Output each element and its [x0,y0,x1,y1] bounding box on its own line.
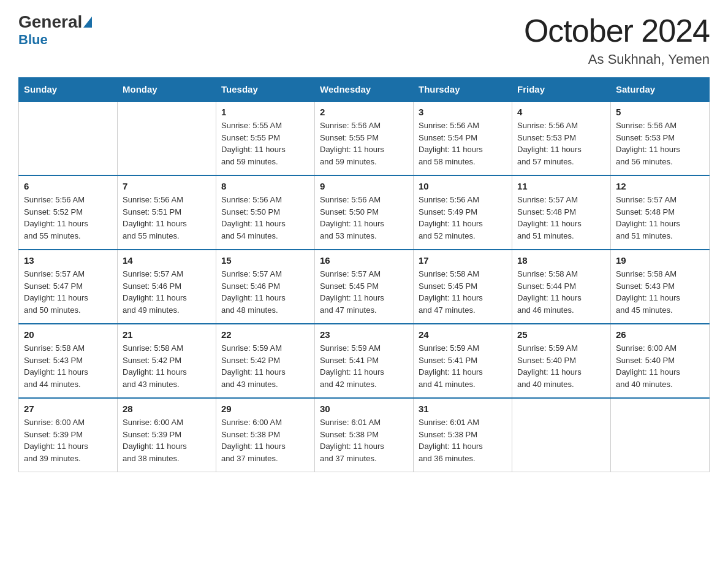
day-number: 28 [123,404,211,414]
day-info: Sunrise: 5:56 AMSunset: 5:49 PMDaylight:… [419,194,507,242]
calendar-cell: 3Sunrise: 5:56 AMSunset: 5:54 PMDaylight… [414,101,512,175]
calendar-week-row: 27Sunrise: 6:00 AMSunset: 5:39 PMDayligh… [19,398,710,472]
logo-triangle-icon [83,17,92,28]
weekday-header-sunday: Sunday [19,78,118,102]
day-number: 27 [24,404,112,414]
day-info: Sunrise: 5:58 AMSunset: 5:42 PMDaylight:… [123,342,211,390]
day-info: Sunrise: 5:57 AMSunset: 5:48 PMDaylight:… [616,194,704,242]
location-subtitle: As Sukhnah, Yemen [524,52,710,67]
calendar-cell: 7Sunrise: 5:56 AMSunset: 5:51 PMDaylight… [118,175,216,250]
calendar-cell: 6Sunrise: 5:56 AMSunset: 5:52 PMDaylight… [19,175,118,250]
day-info: Sunrise: 5:58 AMSunset: 5:43 PMDaylight:… [616,268,704,316]
logo-general-text: General [18,12,82,32]
day-number: 21 [123,329,211,340]
day-info: Sunrise: 5:59 AMSunset: 5:41 PMDaylight:… [419,342,507,390]
day-info: Sunrise: 5:57 AMSunset: 5:46 PMDaylight:… [221,268,309,316]
day-info: Sunrise: 5:56 AMSunset: 5:53 PMDaylight:… [517,120,605,167]
page-header: General Blue October 2024 As Sukhnah, Ye… [18,12,710,67]
title-area: October 2024 As Sukhnah, Yemen [524,12,710,67]
calendar-cell: 13Sunrise: 5:57 AMSunset: 5:47 PMDayligh… [19,250,118,324]
day-info: Sunrise: 5:59 AMSunset: 5:41 PMDaylight:… [320,342,408,390]
day-number: 13 [24,255,112,266]
day-number: 20 [24,329,112,340]
weekday-header-thursday: Thursday [414,78,512,102]
calendar-cell: 26Sunrise: 6:00 AMSunset: 5:40 PMDayligh… [611,324,710,398]
month-title: October 2024 [524,12,710,49]
weekday-header-tuesday: Tuesday [216,78,315,102]
calendar-cell: 28Sunrise: 6:00 AMSunset: 5:39 PMDayligh… [118,398,216,472]
calendar-cell: 17Sunrise: 5:58 AMSunset: 5:45 PMDayligh… [414,250,512,324]
weekday-header-friday: Friday [512,78,611,102]
calendar-cell: 16Sunrise: 5:57 AMSunset: 5:45 PMDayligh… [315,250,414,324]
day-number: 10 [419,181,507,191]
weekday-header-wednesday: Wednesday [315,78,414,102]
day-info: Sunrise: 6:00 AMSunset: 5:38 PMDaylight:… [221,416,309,464]
day-number: 15 [221,255,309,266]
calendar-cell: 12Sunrise: 5:57 AMSunset: 5:48 PMDayligh… [611,175,710,250]
day-number: 14 [123,255,211,266]
day-number: 19 [616,255,704,266]
calendar-cell: 25Sunrise: 5:59 AMSunset: 5:40 PMDayligh… [512,324,611,398]
day-number: 26 [616,329,704,340]
day-info: Sunrise: 5:56 AMSunset: 5:54 PMDaylight:… [419,120,507,167]
weekday-header-saturday: Saturday [611,78,710,102]
day-info: Sunrise: 5:56 AMSunset: 5:52 PMDaylight:… [24,194,112,242]
day-info: Sunrise: 5:59 AMSunset: 5:40 PMDaylight:… [517,342,605,390]
day-number: 29 [221,404,309,414]
day-number: 22 [221,329,309,340]
day-number: 7 [123,181,211,191]
calendar-week-row: 1Sunrise: 5:55 AMSunset: 5:55 PMDaylight… [19,101,710,175]
day-number: 11 [517,181,605,191]
day-info: Sunrise: 5:57 AMSunset: 5:46 PMDaylight:… [123,268,211,316]
logo: General Blue [18,12,93,48]
calendar-cell: 22Sunrise: 5:59 AMSunset: 5:42 PMDayligh… [216,324,315,398]
day-info: Sunrise: 6:00 AMSunset: 5:39 PMDaylight:… [123,416,211,464]
calendar-cell: 9Sunrise: 5:56 AMSunset: 5:50 PMDaylight… [315,175,414,250]
calendar-cell: 15Sunrise: 5:57 AMSunset: 5:46 PMDayligh… [216,250,315,324]
calendar-cell: 18Sunrise: 5:58 AMSunset: 5:44 PMDayligh… [512,250,611,324]
day-number: 5 [616,107,704,117]
calendar-cell: 8Sunrise: 5:56 AMSunset: 5:50 PMDaylight… [216,175,315,250]
day-info: Sunrise: 5:57 AMSunset: 5:48 PMDaylight:… [517,194,605,242]
day-info: Sunrise: 5:56 AMSunset: 5:50 PMDaylight:… [221,194,309,242]
day-info: Sunrise: 6:00 AMSunset: 5:39 PMDaylight:… [24,416,112,464]
calendar-cell [611,398,710,472]
day-number: 12 [616,181,704,191]
calendar-cell: 29Sunrise: 6:00 AMSunset: 5:38 PMDayligh… [216,398,315,472]
day-info: Sunrise: 5:59 AMSunset: 5:42 PMDaylight:… [221,342,309,390]
day-number: 3 [419,107,507,117]
day-number: 6 [24,181,112,191]
logo-blue-text: Blue [18,32,48,48]
day-info: Sunrise: 6:01 AMSunset: 5:38 PMDaylight:… [419,416,507,464]
day-number: 24 [419,329,507,340]
calendar-week-row: 6Sunrise: 5:56 AMSunset: 5:52 PMDaylight… [19,175,710,250]
calendar-week-row: 20Sunrise: 5:58 AMSunset: 5:43 PMDayligh… [19,324,710,398]
calendar-cell [19,101,118,175]
calendar-cell: 4Sunrise: 5:56 AMSunset: 5:53 PMDaylight… [512,101,611,175]
day-info: Sunrise: 5:56 AMSunset: 5:51 PMDaylight:… [123,194,211,242]
calendar-cell: 2Sunrise: 5:56 AMSunset: 5:55 PMDaylight… [315,101,414,175]
calendar-cell: 27Sunrise: 6:00 AMSunset: 5:39 PMDayligh… [19,398,118,472]
calendar-cell: 1Sunrise: 5:55 AMSunset: 5:55 PMDaylight… [216,101,315,175]
day-number: 23 [320,329,408,340]
day-info: Sunrise: 5:58 AMSunset: 5:45 PMDaylight:… [419,268,507,316]
calendar-cell: 19Sunrise: 5:58 AMSunset: 5:43 PMDayligh… [611,250,710,324]
weekday-header-monday: Monday [118,78,216,102]
day-info: Sunrise: 5:56 AMSunset: 5:53 PMDaylight:… [616,120,704,167]
day-number: 4 [517,107,605,117]
day-info: Sunrise: 6:01 AMSunset: 5:38 PMDaylight:… [320,416,408,464]
calendar-cell: 24Sunrise: 5:59 AMSunset: 5:41 PMDayligh… [414,324,512,398]
day-info: Sunrise: 5:56 AMSunset: 5:50 PMDaylight:… [320,194,408,242]
calendar-cell [512,398,611,472]
calendar-week-row: 13Sunrise: 5:57 AMSunset: 5:47 PMDayligh… [19,250,710,324]
calendar-cell: 14Sunrise: 5:57 AMSunset: 5:46 PMDayligh… [118,250,216,324]
calendar-cell: 20Sunrise: 5:58 AMSunset: 5:43 PMDayligh… [19,324,118,398]
calendar-cell [118,101,216,175]
day-info: Sunrise: 5:57 AMSunset: 5:45 PMDaylight:… [320,268,408,316]
calendar-cell: 21Sunrise: 5:58 AMSunset: 5:42 PMDayligh… [118,324,216,398]
calendar-cell: 31Sunrise: 6:01 AMSunset: 5:38 PMDayligh… [414,398,512,472]
calendar-cell: 23Sunrise: 5:59 AMSunset: 5:41 PMDayligh… [315,324,414,398]
day-number: 17 [419,255,507,266]
day-info: Sunrise: 5:55 AMSunset: 5:55 PMDaylight:… [221,120,309,167]
day-info: Sunrise: 5:56 AMSunset: 5:55 PMDaylight:… [320,120,408,167]
